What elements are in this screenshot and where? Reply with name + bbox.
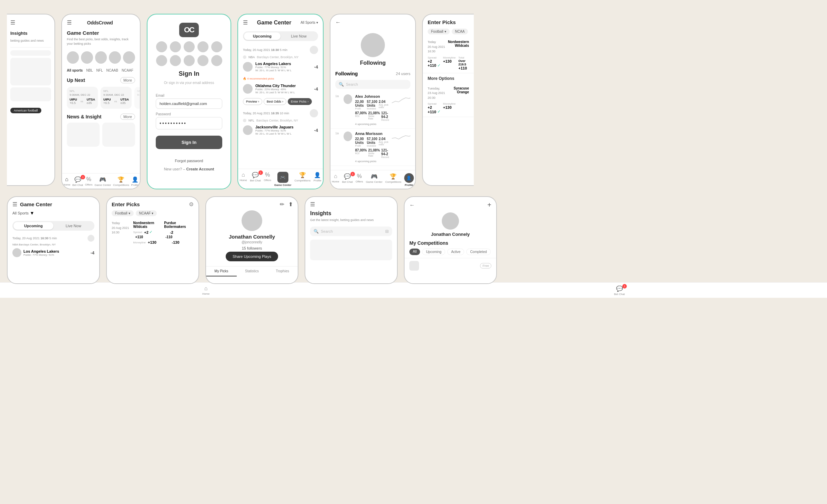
tab-statistics[interactable]: Statistics [237,266,267,276]
signin-button[interactable]: Sign In [156,136,222,149]
follower-stats-1b: 87,00% ROI 21,08% Strike Rate 121-94-2 R… [355,111,389,121]
share-upcoming-plays-btn[interactable]: Share Upcoming Plays [226,252,278,261]
sport-filter-btn[interactable]: All Sports ▾ [300,21,318,24]
avatar-5 [123,51,135,64]
email-input[interactable] [156,98,222,109]
sport-tab-all[interactable]: All sports [67,69,83,72]
best-odds-btn[interactable]: Best Odds › [264,98,286,105]
nav5-profile[interactable]: 👤 Profile [404,173,414,187]
screen7-league: NBA Barclays Center, Brooklyn, NY [8,242,99,247]
bottom-nav-5: ⌂ Home 💬 1 Bet Chat % Offers 🎮 Game Cent… [330,170,415,189]
screen7-team-name: Los Angeles Lakers [23,249,88,253]
nav4-profile[interactable]: 👤 Profile [314,172,321,187]
nav5-competitions[interactable]: 🏆 Competitions [385,173,401,187]
screen7-upcoming[interactable]: Upcoming [13,222,53,230]
upnext-section-header: Up Next More [62,74,140,85]
signin-avatar-2 [170,41,181,52]
gamecenter-icon-5: 🎮 [371,173,378,180]
sport-filter-6[interactable]: Football ▾ [428,29,450,34]
game3-team-row: Jacksonville Jaguars Public: 77% Money: … [238,123,323,137]
nav4-home[interactable]: ⌂ Home [239,172,247,187]
comp-tab-upcoming[interactable]: Upcoming [422,249,445,255]
nav4-betchat[interactable]: 💬 1 Bet Chat [250,172,261,187]
sport-tab-nfl[interactable]: NFL [96,69,103,72]
pick1-team: NordwesternWildcats [448,40,469,54]
upcoming-toggle[interactable]: Upcoming [244,32,280,40]
nav5-betchat[interactable]: 💬 1 Bet Chat [342,173,353,187]
upnext-more-btn[interactable]: More [120,77,135,83]
tab-trophies[interactable]: Trophies [267,266,298,276]
comp-name-11: Jonathan Connely [431,232,470,237]
nav4-competitions[interactable]: 🏆 Competitions [294,172,310,187]
news-card-2 [102,123,135,147]
screen7-sport-filter[interactable]: All Sports ▾ [8,210,99,218]
password-field[interactable]: •••••••••• [156,117,222,129]
nav5-offers[interactable]: % Offers [356,173,363,187]
nav-home[interactable]: ⌂ Home [63,176,70,187]
preview-btn[interactable]: Preview › [243,98,262,105]
hamburger-icon-2[interactable]: ☰ [67,19,72,26]
back-icon-11[interactable]: ← [409,202,415,208]
add-icon-11[interactable]: + [487,201,491,209]
more-options-6[interactable]: More Options [423,73,474,84]
stat1-avg: 2.04 [379,100,389,104]
live-now-toggle[interactable]: Live Now [280,32,317,40]
nav-gamecenter[interactable]: 🎮 Game Center [94,176,111,187]
pick2-ml-val: +130 [443,105,456,109]
screen8-sport-filter[interactable]: Football ▾ [112,210,134,216]
nav5-home[interactable]: ⌂ Home [332,173,339,187]
sport-tab-nbl[interactable]: NBL [86,69,93,72]
follower-stats-2b: 87,00% ROI 21,08% Strike Rate 121-94-2 R… [355,148,389,158]
hamburger-icon-7[interactable]: ☰ [12,201,17,208]
hamburger-icon[interactable]: ☰ [10,19,15,26]
nav-competitions[interactable]: 🏆 Competitions [113,176,129,187]
comp-tab-active[interactable]: Active [447,249,464,255]
card2-odds1: +6.5 [103,101,111,105]
nav-offers[interactable]: % Offers [85,176,93,187]
tab-my-picks[interactable]: My Picks [206,266,237,276]
sport-tab-ncaab[interactable]: NCAAB [106,69,118,72]
insights-subtitle-10: Get the latest Insight, betting guides a… [305,217,397,225]
comp-tab-completed[interactable]: Completed [466,249,490,255]
nav-betchat[interactable]: 💬 1 Bet Chat [72,176,83,187]
insights-search-10[interactable]: 🔍 Search ⊟ [310,227,392,236]
nav-profile[interactable]: 👤 Profile [131,176,139,187]
nav5-gamecenter[interactable]: 🎮 Game Center [366,173,382,187]
enter-picks-btn[interactable]: Enter Picks › [288,98,312,105]
jaguars-stats: Public: 77% Money: 51% [255,129,311,132]
chevron-down-icon-7: ▾ [31,210,33,216]
follower-avatar-1 [344,94,352,104]
hamburger-icon-10[interactable]: ☰ [310,201,315,208]
share-icon-9[interactable]: ⬆ [288,201,293,208]
comp-tab-all[interactable]: All [409,249,420,255]
back-icon-5[interactable]: ← [335,19,341,25]
screen8-odds2: -110 [165,235,194,239]
pick1-ml-label: Moneyline [443,56,456,59]
screen8-odds1: +110 [135,235,164,239]
edit-icon-9[interactable]: ✏ [280,201,284,208]
hamburger-icon-4[interactable]: ☰ [243,19,248,26]
check-icon-8: ✓ [149,230,152,234]
thunder-score: -4 [314,86,318,92]
filter-icon-10[interactable]: ⊟ [385,229,389,234]
offers-icon: % [86,176,91,182]
pick1-ml-val: +130 [443,59,456,63]
sport-tab-ncaaf[interactable]: NCAAF [122,69,133,72]
nav4-offers[interactable]: % Offers [264,172,271,187]
screen7-livenow[interactable]: Live Now [53,222,93,230]
nav4-gamecenter[interactable]: 🎮 Game Center [274,172,292,187]
following-count: 24 users [396,72,410,76]
settings-icon-8[interactable]: ⚙ [189,201,194,208]
forgot-password-link[interactable]: Forgot password [147,159,231,163]
card2-team1: UIPU [103,98,111,101]
password-dots: •••••••••• [160,120,187,126]
screen8-league-filter[interactable]: NCAAF ▾ [136,210,157,216]
comp-item-icon-11 [409,261,419,271]
create-account-link[interactable]: Create Account [186,167,214,171]
nfl-icon-4 [243,119,246,122]
signin-form: Email Password •••••••••• Sign In [147,88,231,155]
following-search[interactable]: 🔍 Search [335,80,410,89]
news-more-btn[interactable]: More [120,114,135,120]
stat2-record-label: Record [381,156,389,158]
league-filter-6[interactable]: NCAA [452,29,468,34]
